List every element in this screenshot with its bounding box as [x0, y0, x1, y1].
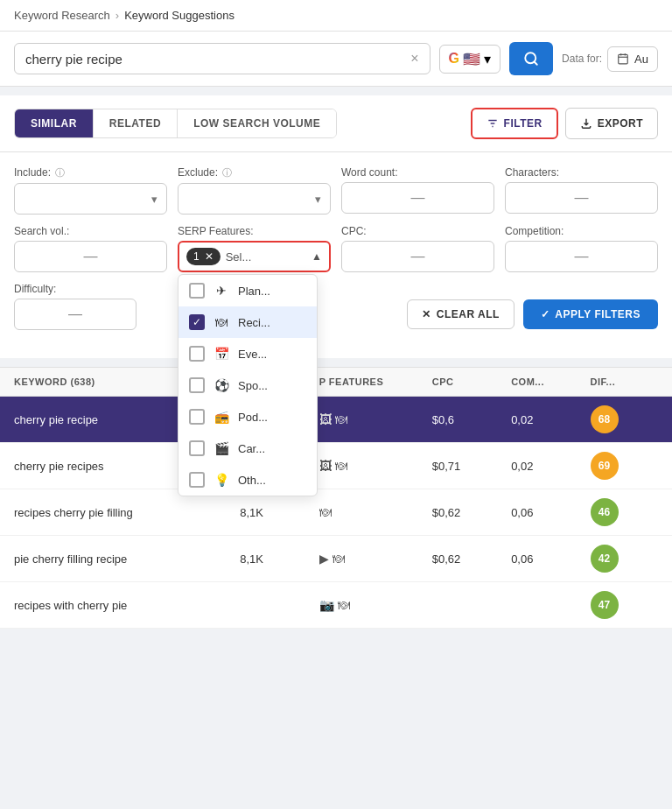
- keyword-cell: recipes cherry pie filling: [14, 506, 240, 519]
- recipes-serp-icon: 🍽: [332, 552, 345, 566]
- difficulty-badge: 46: [591, 498, 619, 526]
- difficulty-badge: 69: [591, 452, 619, 480]
- word-count-filter: Word count: —: [341, 166, 494, 214]
- data-for-value[interactable]: Au: [607, 46, 658, 72]
- competition-label: Competition:: [505, 225, 658, 237]
- serp-badge: 1 ✕: [186, 248, 220, 265]
- apply-filters-button[interactable]: ✓ APPLY FILTERS: [523, 299, 658, 329]
- serp-selected-text: Sel...: [226, 250, 252, 264]
- tab-related[interactable]: RELATED: [94, 109, 178, 137]
- dif-cell: 46: [591, 498, 658, 526]
- serp-chevron-up-icon: ▲: [312, 250, 322, 263]
- serp-badge-remove[interactable]: ✕: [205, 250, 214, 263]
- exclude-input[interactable]: ▾: [178, 183, 331, 215]
- clear-all-button[interactable]: ✕ CLEAR ALL: [407, 299, 514, 329]
- table-row[interactable]: cherry pie recipe 🖼 🍽 $0,6 0,02 68: [0, 397, 672, 443]
- dropdown-label-plan: Plan...: [238, 285, 306, 298]
- dif-cell: 68: [591, 405, 658, 433]
- word-count-input[interactable]: —: [341, 182, 494, 214]
- export-button[interactable]: EXPORT: [565, 108, 658, 139]
- features-cell: 🖼 🍽: [319, 412, 432, 426]
- th-dif: DIF...: [591, 376, 658, 387]
- features-cell: 🖼 🍽: [319, 459, 432, 473]
- search-input[interactable]: [25, 52, 403, 67]
- exclude-label: Exclude: ⓘ: [178, 166, 331, 179]
- plane-icon: ✈: [214, 284, 229, 298]
- dropdown-checkbox-sports[interactable]: [189, 377, 205, 393]
- dropdown-checkbox-podcast[interactable]: [189, 409, 205, 425]
- dropdown-checkbox-other[interactable]: [189, 472, 205, 488]
- filters-row-2: Search vol.: — SERP Features: 1 ✕ Sel...…: [14, 225, 658, 272]
- serp-features-input[interactable]: 1 ✕ Sel... ▲: [178, 241, 331, 272]
- tab-low-search-volume[interactable]: LOW SEARCH VOLUME: [178, 109, 336, 137]
- search-vol-label: Search vol.:: [14, 225, 167, 237]
- dropdown-checkbox-recipes[interactable]: ✓: [189, 314, 205, 330]
- dropdown-item-other[interactable]: 💡 Oth...: [178, 464, 317, 496]
- dropdown-item-carousel[interactable]: 🎬 Car...: [178, 433, 317, 464]
- search-button[interactable]: [509, 42, 553, 75]
- characters-filter: Characters: —: [505, 166, 658, 214]
- search-vol-filter: Search vol.: —: [14, 225, 167, 272]
- filters-section: Include: ⓘ ▾ Exclude: ⓘ ▾ Word count: —: [0, 152, 672, 358]
- apply-filters-label: APPLY FILTERS: [555, 308, 640, 320]
- dropdown-item-events[interactable]: 📅 Eve...: [178, 338, 317, 369]
- search-vol-input[interactable]: —: [14, 241, 167, 272]
- search-icon: [523, 51, 539, 67]
- features-cell: 🍽: [319, 505, 432, 519]
- tab-similar[interactable]: SIMILAR: [15, 109, 94, 137]
- breadcrumb-parent[interactable]: Keyword Research: [14, 9, 110, 22]
- table-row[interactable]: cherry pie recipes 🖼 🍽 $0,71 0,02 69: [0, 443, 672, 489]
- dropdown-checkbox-events[interactable]: [189, 346, 205, 362]
- filters-row-1: Include: ⓘ ▾ Exclude: ⓘ ▾ Word count: —: [14, 166, 658, 215]
- dropdown-label-events: Eve...: [238, 348, 306, 361]
- search-input-wrapper: ×: [14, 43, 430, 74]
- google-engine-selector[interactable]: G 🇺🇸 ▾: [439, 45, 500, 74]
- competition-input[interactable]: —: [505, 241, 658, 272]
- serp-badge-count: 1: [193, 250, 200, 263]
- com-cell: 0,06: [511, 506, 590, 519]
- filter-button[interactable]: FILTER: [471, 108, 558, 139]
- keywords-table: KEYWORD (638) P FEATURES CPC COM... DIF.…: [0, 367, 672, 629]
- dropdown-item-plan[interactable]: ✈ Plan...: [178, 275, 317, 306]
- cpc-filter: CPC: —: [341, 225, 494, 272]
- dropdown-label-sports: Spo...: [238, 379, 306, 392]
- word-count-dash: —: [411, 190, 425, 206]
- podcast-icon: 📻: [214, 410, 229, 424]
- th-cpc: CPC: [432, 376, 511, 387]
- dropdown-item-sports[interactable]: ⚽ Spo...: [178, 369, 317, 401]
- search-bar-area: × G 🇺🇸 ▾ Data for: Au: [0, 32, 672, 87]
- dropdown-checkbox-carousel[interactable]: [189, 440, 205, 456]
- table-row[interactable]: pie cherry filling recipe 8,1K ▶ 🍽 $0,62…: [0, 536, 672, 582]
- tabs-area: SIMILAR RELATED LOW SEARCH VOLUME FILTER…: [0, 95, 672, 152]
- svg-line-1: [535, 61, 537, 64]
- dropdown-item-podcast[interactable]: 📻 Pod...: [178, 401, 317, 433]
- dif-cell: 69: [591, 452, 658, 480]
- dropdown-checkbox-plan[interactable]: [189, 283, 205, 299]
- include-filter: Include: ⓘ ▾: [14, 166, 167, 215]
- dropdown-item-recipes[interactable]: ✓ 🍽 Reci...: [178, 306, 317, 338]
- breadcrumb-separator: ›: [116, 9, 119, 22]
- check-icon: ✓: [541, 308, 550, 320]
- cpc-input[interactable]: —: [341, 241, 494, 272]
- dif-cell: 47: [591, 591, 658, 619]
- difficulty-badge: 68: [591, 405, 619, 433]
- cpc-dash: —: [411, 249, 425, 264]
- filters-row-3: Difficulty: — ✕ CLEAR ALL ✓ APPLY FILTER…: [14, 283, 658, 330]
- com-cell: 0,06: [511, 552, 590, 566]
- filter-label: FILTER: [504, 117, 542, 130]
- include-input[interactable]: ▾: [14, 183, 167, 215]
- keyword-cell: recipes with cherry pie: [14, 599, 240, 612]
- data-for-label: Data for:: [562, 53, 602, 65]
- dif-cell: 42: [591, 545, 658, 573]
- characters-input[interactable]: —: [505, 182, 658, 214]
- image-serp-icon: 🖼: [319, 412, 332, 426]
- recipes-icon: 🍽: [214, 315, 229, 329]
- search-clear-button[interactable]: ×: [410, 51, 418, 67]
- cpc-cell: $0,6: [432, 413, 511, 426]
- include-info-icon: ⓘ: [55, 167, 65, 178]
- dropdown-label-podcast: Pod...: [238, 411, 306, 424]
- cpc-cell: $0,62: [432, 506, 511, 519]
- table-row[interactable]: recipes with cherry pie 📷 🍽 47: [0, 582, 672, 629]
- table-row[interactable]: recipes cherry pie filling 8,1K 🍽 $0,62 …: [0, 489, 672, 536]
- difficulty-input[interactable]: —: [14, 299, 136, 330]
